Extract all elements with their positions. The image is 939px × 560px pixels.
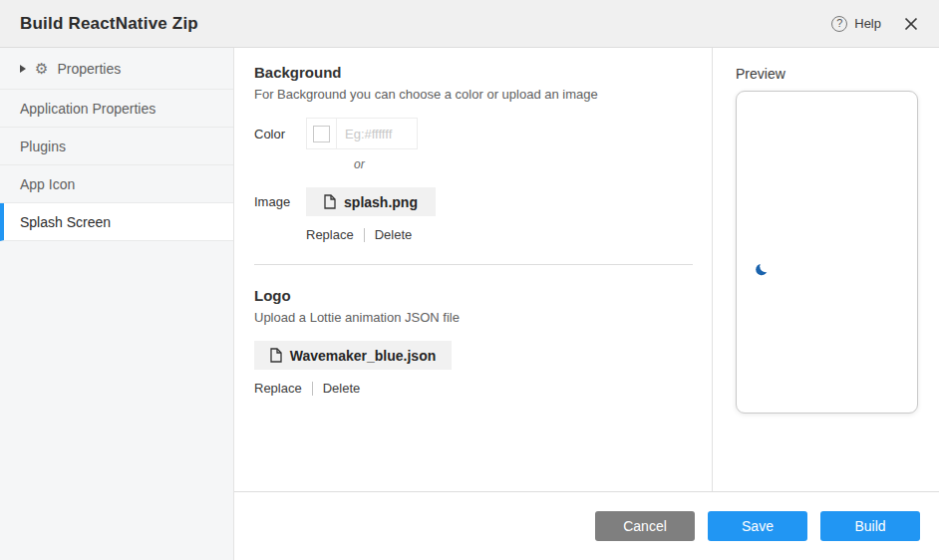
document-icon — [324, 194, 336, 209]
header-actions: ? Help — [831, 16, 919, 32]
section-divider — [254, 264, 693, 265]
image-file-name: splash.png — [344, 194, 418, 210]
image-file-chip[interactable]: splash.png — [306, 187, 436, 216]
sidebar-item-label: Splash Screen — [20, 214, 111, 230]
help-icon-glyph: ? — [836, 18, 842, 29]
build-reactnative-dialog: Build ReactNative Zip ? Help ⚙ Propertie… — [0, 0, 939, 560]
help-label: Help — [854, 16, 881, 31]
dialog-footer: Cancel Save Build — [234, 491, 939, 560]
link-separator — [312, 382, 313, 396]
sidebar-item-splash-screen[interactable]: Splash Screen — [0, 203, 233, 241]
build-button[interactable]: Build — [820, 511, 920, 541]
or-separator-label: or — [354, 157, 692, 171]
background-section-description: For Background you can choose a color or… — [254, 87, 692, 102]
color-field-row: Color — [254, 118, 692, 149]
sidebar-item-label: Plugins — [20, 139, 66, 154]
logo-section: Logo Upload a Lottie animation JSON file… — [254, 287, 692, 396]
sidebar-item-plugins[interactable]: Plugins — [0, 128, 233, 165]
splash-preview-frame — [736, 91, 918, 414]
image-label: Image — [254, 194, 306, 209]
save-button[interactable]: Save — [708, 511, 807, 541]
link-separator — [364, 228, 365, 242]
logo-delete-link[interactable]: Delete — [323, 381, 361, 396]
color-field — [306, 118, 418, 149]
image-replace-link[interactable]: Replace — [306, 227, 354, 242]
image-field-row: Image splash.png — [254, 187, 692, 216]
help-icon: ? — [831, 16, 847, 32]
logo-file-name: Wavemaker_blue.json — [290, 348, 437, 364]
dialog-body: Background For Background you can choose… — [234, 48, 939, 560]
color-label: Color — [254, 127, 306, 141]
preview-title: Preview — [736, 66, 939, 82]
sidebar: ⚙ Properties Application Properties Plug… — [0, 48, 234, 560]
color-input[interactable] — [337, 119, 417, 148]
cancel-button[interactable]: Cancel — [595, 511, 695, 541]
sidebar-item-label: Application Properties — [20, 101, 156, 117]
preview-panel: Preview — [712, 48, 939, 491]
lottie-crescent-icon — [755, 261, 771, 277]
sidebar-item-application-properties[interactable]: Application Properties — [0, 90, 233, 128]
caret-right-icon — [20, 65, 26, 73]
sidebar-properties-group[interactable]: ⚙ Properties — [0, 48, 233, 90]
sidebar-item-app-icon[interactable]: App Icon — [0, 165, 233, 203]
document-icon — [270, 348, 282, 363]
splash-screen-form: Background For Background you can choose… — [234, 48, 712, 491]
logo-section-description: Upload a Lottie animation JSON file — [254, 310, 692, 325]
help-button[interactable]: ? Help — [831, 16, 881, 32]
dialog-title: Build ReactNative Zip — [20, 14, 198, 34]
close-icon[interactable] — [903, 16, 919, 32]
logo-file-chip[interactable]: Wavemaker_blue.json — [254, 341, 452, 370]
logo-replace-link[interactable]: Replace — [254, 381, 302, 396]
background-section-title: Background — [254, 64, 692, 81]
image-delete-link[interactable]: Delete — [375, 227, 413, 242]
gear-icon: ⚙ — [35, 61, 48, 76]
color-swatch-cell[interactable] — [307, 119, 337, 148]
color-swatch — [313, 126, 330, 142]
sidebar-item-label: App Icon — [20, 176, 75, 192]
image-actions: Replace Delete — [306, 227, 692, 242]
sidebar-properties-label: Properties — [57, 61, 121, 77]
logo-actions: Replace Delete — [254, 381, 692, 396]
dialog-header: Build ReactNative Zip ? Help — [0, 0, 939, 48]
logo-section-title: Logo — [254, 287, 692, 304]
